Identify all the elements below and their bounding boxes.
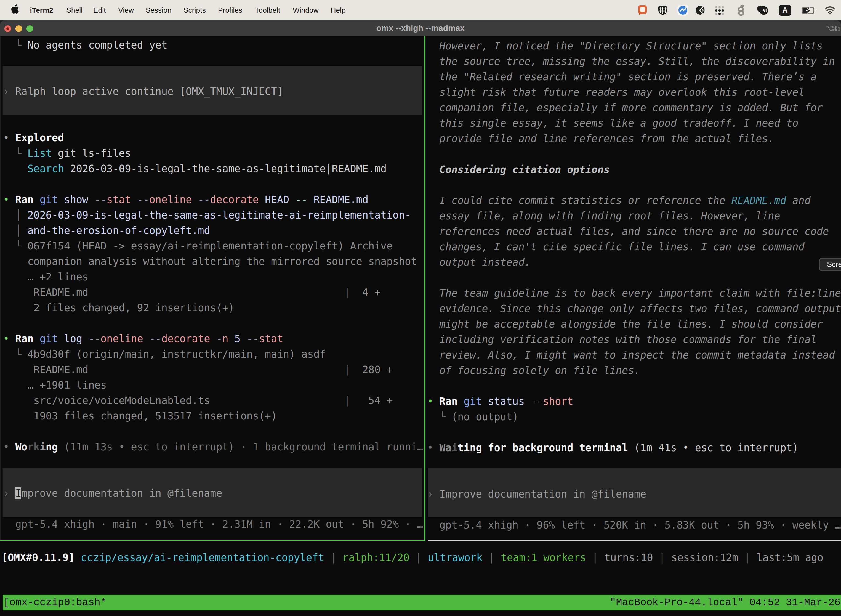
svg-text:..61: ..61 [760,8,767,13]
svg-text:1: 1 [837,26,841,32]
